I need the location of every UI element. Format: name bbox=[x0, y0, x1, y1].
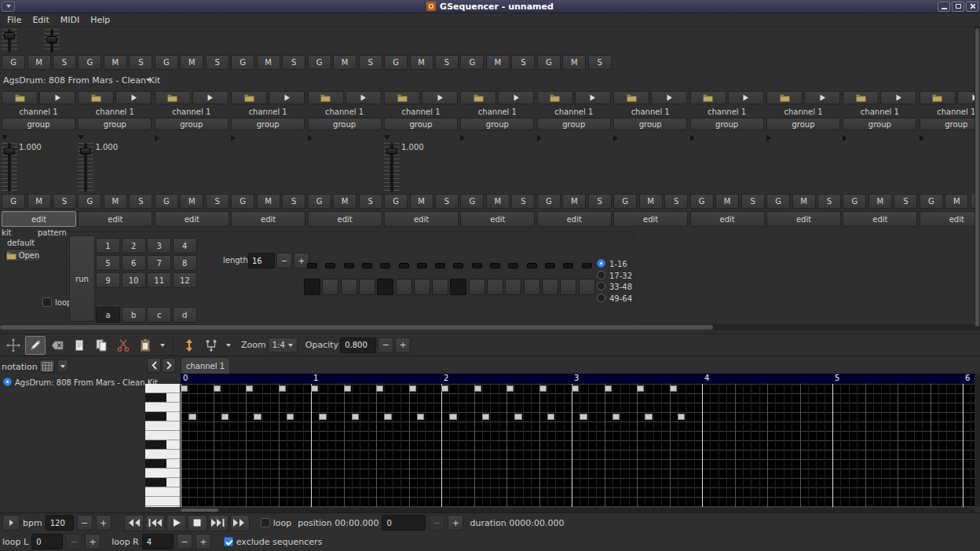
offset-radio-17-32[interactable] bbox=[597, 271, 605, 279]
line-m-button[interactable]: M bbox=[333, 55, 357, 70]
bpm-input[interactable]: 120 bbox=[46, 515, 74, 531]
clear-tool-button[interactable] bbox=[47, 336, 68, 355]
forward-button[interactable] bbox=[230, 515, 250, 531]
play-button[interactable] bbox=[166, 515, 186, 531]
line-g-button[interactable]: G bbox=[231, 55, 254, 70]
open-sample-button[interactable] bbox=[155, 91, 191, 104]
pad-m-button[interactable]: M bbox=[410, 194, 433, 209]
pad-g-button[interactable]: G bbox=[2, 194, 25, 209]
expand-expander-icon[interactable] bbox=[308, 135, 313, 141]
volume-fader[interactable] bbox=[384, 143, 400, 192]
fader-knob-icon[interactable] bbox=[4, 148, 15, 155]
group-button[interactable]: group bbox=[231, 118, 305, 130]
group-button[interactable]: group bbox=[613, 118, 687, 130]
pattern-pad-12[interactable] bbox=[505, 279, 521, 295]
maximize-button[interactable] bbox=[952, 2, 964, 12]
loop-right-increment-button[interactable]: + bbox=[196, 534, 211, 549]
pad-m-button[interactable]: M bbox=[868, 194, 892, 209]
line-g-button[interactable]: G bbox=[2, 55, 25, 70]
fader-knob-icon[interactable] bbox=[80, 148, 91, 155]
pad-m-button[interactable]: M bbox=[792, 194, 816, 209]
note[interactable] bbox=[580, 414, 587, 420]
note[interactable] bbox=[612, 414, 620, 420]
line-m-button[interactable]: M bbox=[104, 55, 127, 70]
note[interactable] bbox=[547, 414, 554, 420]
bank-index-2-button[interactable]: 2 bbox=[122, 238, 146, 254]
line-s-button[interactable]: S bbox=[435, 55, 459, 70]
edit-tool-button[interactable] bbox=[25, 336, 46, 355]
open-sample-button[interactable] bbox=[766, 91, 803, 104]
line-g-button[interactable]: G bbox=[308, 55, 331, 70]
note[interactable] bbox=[514, 414, 521, 420]
pad-g-button[interactable]: G bbox=[766, 194, 790, 209]
play-channel-button[interactable] bbox=[651, 91, 687, 104]
note[interactable] bbox=[539, 385, 547, 392]
edit-tab-button[interactable]: edit bbox=[384, 211, 459, 227]
invert-button[interactable] bbox=[179, 336, 199, 355]
pad-m-button[interactable]: M bbox=[104, 194, 127, 209]
pad-m-button[interactable]: M bbox=[715, 194, 739, 209]
note[interactable] bbox=[572, 385, 579, 392]
line-m-button[interactable]: M bbox=[27, 55, 51, 70]
expand-expander-icon[interactable] bbox=[920, 135, 924, 141]
collapse-expander-icon[interactable] bbox=[78, 135, 84, 140]
open-sample-button[interactable] bbox=[920, 91, 956, 104]
piano-key[interactable] bbox=[145, 459, 180, 469]
pad-s-button[interactable]: S bbox=[817, 194, 841, 209]
line-g-button[interactable]: G bbox=[537, 55, 561, 70]
open-kit-button[interactable]: Open bbox=[5, 249, 40, 262]
play-channel-button[interactable] bbox=[804, 91, 840, 104]
position-increment-button[interactable]: + bbox=[448, 515, 463, 531]
offset-radio-1-16[interactable] bbox=[597, 259, 605, 268]
expand-expander-icon[interactable] bbox=[155, 135, 159, 141]
line-s-button[interactable]: S bbox=[588, 55, 612, 70]
master-fader[interactable] bbox=[44, 29, 60, 53]
edit-tab-button[interactable]: edit bbox=[843, 211, 917, 227]
group-button[interactable]: group bbox=[308, 118, 382, 130]
pad-s-button[interactable]: S bbox=[359, 194, 382, 209]
pattern-pad-5[interactable] bbox=[377, 279, 393, 295]
exclude-sequencers-checkbox[interactable] bbox=[224, 537, 233, 546]
pad-s-button[interactable]: S bbox=[894, 194, 917, 209]
edit-tab-button[interactable]: edit bbox=[613, 211, 688, 227]
pad-g-button[interactable]: G bbox=[231, 194, 254, 209]
edit-tab-button[interactable]: edit bbox=[78, 211, 152, 227]
bank-b-button[interactable]: b bbox=[122, 307, 146, 323]
opacity-input[interactable]: 0.800 bbox=[340, 338, 376, 353]
machine-hscrollbar[interactable] bbox=[0, 324, 975, 330]
volume-fader[interactable] bbox=[78, 143, 93, 192]
group-button[interactable]: group bbox=[843, 118, 916, 130]
piano-key[interactable] bbox=[145, 431, 180, 440]
master-fader[interactable] bbox=[2, 29, 17, 53]
pad-g-button[interactable]: G bbox=[155, 194, 178, 209]
note[interactable] bbox=[214, 385, 221, 392]
line-s-button[interactable]: S bbox=[53, 55, 76, 70]
edit-tab-button[interactable]: edit bbox=[2, 211, 76, 227]
line-g-button[interactable]: G bbox=[78, 55, 101, 70]
piano-key[interactable] bbox=[145, 393, 180, 403]
note[interactable] bbox=[287, 414, 294, 420]
play-channel-button[interactable] bbox=[39, 91, 75, 104]
pattern-pad-2[interactable] bbox=[322, 279, 338, 295]
note[interactable] bbox=[449, 414, 456, 420]
piano-key[interactable] bbox=[145, 440, 180, 450]
open-sample-button[interactable] bbox=[537, 91, 573, 104]
pad-g-button[interactable]: G bbox=[308, 194, 331, 209]
open-sample-button[interactable] bbox=[843, 91, 879, 104]
group-button[interactable]: group bbox=[78, 118, 152, 130]
bank-a-button[interactable]: a bbox=[96, 307, 120, 323]
menu-midi[interactable]: MIDI bbox=[55, 14, 85, 26]
machine-selector-button[interactable] bbox=[39, 359, 55, 373]
menu-help[interactable]: Help bbox=[85, 14, 115, 26]
stop-button[interactable] bbox=[188, 515, 207, 531]
play-channel-button[interactable] bbox=[192, 91, 229, 104]
expand-expander-icon[interactable] bbox=[843, 135, 847, 141]
pad-s-button[interactable]: S bbox=[664, 194, 688, 209]
edit-tab-button[interactable]: edit bbox=[460, 211, 535, 227]
loop-checkbox[interactable] bbox=[261, 518, 270, 527]
piano-key[interactable] bbox=[145, 478, 180, 487]
open-sample-button[interactable] bbox=[690, 91, 726, 104]
pad-s-button[interactable]: S bbox=[129, 194, 152, 209]
tab-scroll-left-button[interactable] bbox=[147, 358, 161, 373]
piano-key[interactable] bbox=[145, 412, 180, 421]
